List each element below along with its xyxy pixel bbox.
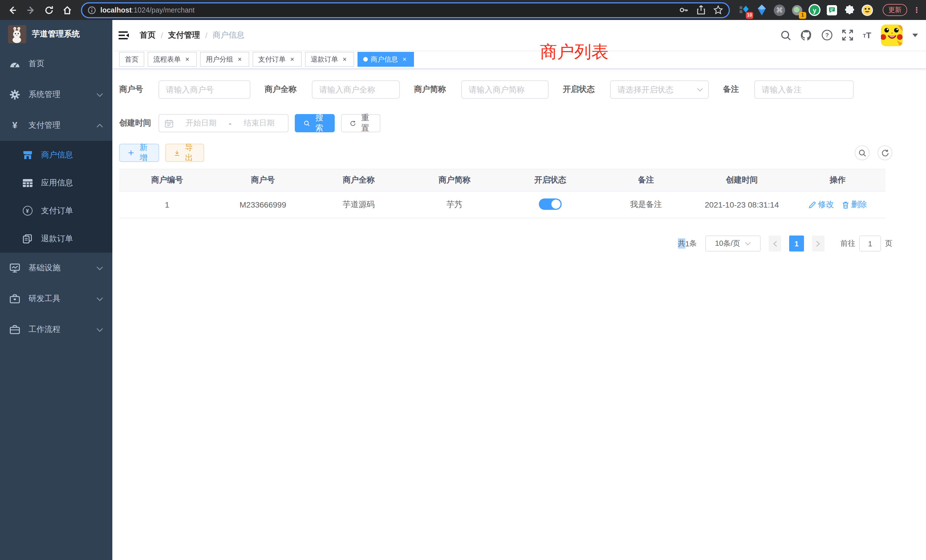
browser-back-icon[interactable]	[5, 2, 21, 18]
sidebar-item-app-info[interactable]: 应用信息	[0, 169, 112, 197]
browser-forward-icon[interactable]	[23, 2, 39, 18]
browser-reload-icon[interactable]	[41, 2, 57, 18]
extension-circle-icon[interactable]: 1	[791, 4, 803, 16]
browser-toolbar: localhost:1024/pay/merchant 10	[0, 0, 926, 20]
close-icon[interactable]: ×	[289, 55, 296, 63]
tab-process-form[interactable]: 流程表单×	[148, 52, 197, 67]
close-icon[interactable]: ×	[401, 55, 408, 63]
extension-puzzle-icon[interactable]	[843, 4, 856, 16]
sidebar-item-pay-orders[interactable]: ¥ 支付订单	[0, 197, 112, 225]
page-size-select[interactable]: 10条/页	[705, 236, 761, 251]
breadcrumb-separator: /	[161, 30, 163, 39]
cell-merchant-id: 1	[119, 200, 215, 209]
help-icon[interactable]: ?	[822, 30, 833, 41]
sidebar-item-label: 工作流程	[29, 324, 61, 335]
status-select[interactable]	[610, 80, 709, 98]
browser-update-button[interactable]: 更新	[883, 4, 907, 16]
fullscreen-icon[interactable]	[843, 30, 853, 41]
tags-view: 首页 流程表单× 用户分组× 支付订单× 退款订单× 商户信息×	[112, 50, 926, 69]
share-icon[interactable]	[697, 5, 705, 15]
sidebar-item-devtools[interactable]: 研发工具	[0, 283, 112, 314]
export-button[interactable]: 导出	[165, 144, 204, 162]
url-text[interactable]: localhost:1024/pay/merchant	[100, 6, 195, 14]
close-icon[interactable]: ×	[341, 55, 348, 63]
start-date-placeholder[interactable]: 开始日期	[178, 118, 224, 128]
merchant-no-label: 商户号	[119, 85, 143, 95]
refresh-button[interactable]	[878, 145, 892, 160]
extension-diamond-icon[interactable]: 10	[738, 4, 750, 16]
sidebar-item-label: 基础设施	[29, 263, 61, 273]
merchant-no-input[interactable]	[159, 80, 250, 98]
sidebar-item-refund-orders[interactable]: 退款订单	[0, 225, 112, 253]
password-key-icon[interactable]	[679, 5, 689, 15]
search-button[interactable]: 搜索	[295, 114, 335, 132]
cell-merchant-name: 芋道源码	[311, 200, 407, 210]
payment-submenu: 商户信息 应用信息 ¥ 支付订单 退款订单	[0, 141, 112, 253]
tab-home[interactable]: 首页	[119, 52, 144, 67]
sidebar-item-merchant-info[interactable]: 商户信息	[0, 141, 112, 169]
extension-chat-icon[interactable]	[826, 4, 838, 16]
end-date-placeholder[interactable]: 结束日期	[236, 118, 282, 128]
prev-page-button[interactable]	[769, 236, 781, 251]
url-bar[interactable]: localhost:1024/pay/merchant	[81, 2, 730, 18]
extension-gem-icon[interactable]	[755, 4, 768, 16]
total-count: 共 1 条	[678, 238, 697, 249]
page-unit-label: 页	[885, 238, 892, 249]
logo-rabbit-image	[8, 25, 26, 43]
sidebar-item-workflow[interactable]: 工作流程	[0, 314, 112, 345]
breadcrumb-payment[interactable]: 支付管理	[168, 30, 200, 40]
avatar-caret-icon[interactable]	[912, 33, 918, 37]
browser-home-icon[interactable]	[59, 2, 75, 18]
header-search-icon[interactable]	[781, 30, 791, 40]
browser-menu-icon[interactable]: ⋮	[913, 6, 920, 14]
remark-input[interactable]	[754, 80, 853, 98]
extension-badge: 1	[799, 12, 806, 18]
date-separator: -	[229, 119, 232, 127]
pagination: 共 1 条 10条/页 1 前往 页	[119, 236, 892, 251]
column-header: 备注	[598, 175, 694, 185]
merchant-short-input[interactable]	[461, 80, 549, 98]
column-header: 操作	[790, 175, 885, 185]
breadcrumb-home[interactable]: 首页	[140, 30, 156, 40]
font-size-icon[interactable]: TT	[863, 31, 871, 39]
tab-refund-orders[interactable]: 退款订单×	[305, 52, 354, 67]
tab-merchant-info[interactable]: 商户信息×	[357, 52, 414, 67]
github-icon[interactable]	[801, 30, 812, 41]
merchant-name-input[interactable]	[312, 80, 400, 98]
goto-page-input[interactable]	[859, 236, 881, 251]
svg-text:?: ?	[826, 32, 829, 38]
sidebar-item-label: 商户信息	[41, 150, 73, 160]
sidebar-item-home[interactable]: 首页	[0, 48, 112, 79]
sidebar-item-label: 系统管理	[29, 89, 61, 100]
extension-emoji-avatar[interactable]	[861, 4, 873, 16]
column-header: 商户简称	[407, 175, 502, 185]
status-select-input[interactable]	[610, 80, 709, 98]
sidebar-item-system[interactable]: 系统管理	[0, 79, 112, 110]
sidebar-item-payment[interactable]: ¥ 支付管理	[0, 110, 112, 141]
sidebar-logo[interactable]: 芋道管理系统	[0, 20, 112, 48]
url-path: :1024/pay/merchant	[132, 6, 195, 14]
status-switch[interactable]	[539, 198, 561, 210]
show-search-toggle-button[interactable]	[855, 145, 870, 160]
delete-link[interactable]: 删除	[842, 200, 867, 210]
extension-command-icon[interactable]: ⌘	[773, 4, 786, 16]
add-button[interactable]: 新增	[119, 144, 159, 162]
user-avatar[interactable]	[881, 24, 903, 46]
goto-label: 前往	[840, 238, 855, 249]
site-info-icon[interactable]	[88, 6, 96, 14]
breadcrumb: 首页 / 支付管理 / 商户信息	[140, 30, 245, 40]
tab-user-group[interactable]: 用户分组×	[200, 52, 249, 67]
hamburger-icon[interactable]	[118, 30, 129, 40]
edit-link[interactable]: 修改	[808, 200, 834, 210]
page-number-button[interactable]: 1	[789, 236, 804, 251]
chevron-down-icon	[745, 242, 751, 245]
reset-button[interactable]: 重置	[341, 114, 380, 132]
extension-y-icon[interactable]: y	[808, 4, 820, 16]
next-page-button[interactable]	[812, 236, 825, 251]
tab-pay-orders[interactable]: 支付订单×	[253, 52, 302, 67]
create-time-range-picker[interactable]: 开始日期 - 结束日期	[159, 114, 289, 132]
close-icon[interactable]: ×	[184, 55, 191, 63]
bookmark-star-icon[interactable]	[713, 5, 723, 15]
close-icon[interactable]: ×	[236, 55, 244, 63]
sidebar-item-infra[interactable]: 基础设施	[0, 253, 112, 283]
